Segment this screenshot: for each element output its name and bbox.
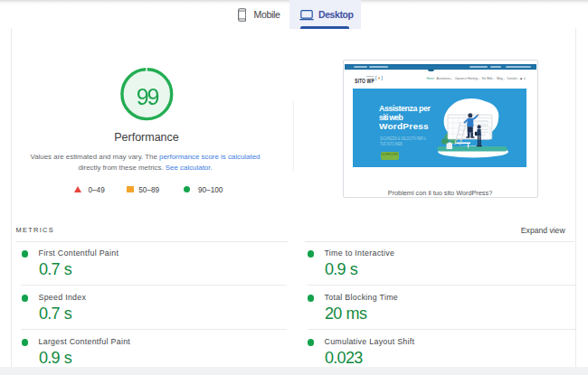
svg-text:99: 99 — [137, 84, 159, 109]
